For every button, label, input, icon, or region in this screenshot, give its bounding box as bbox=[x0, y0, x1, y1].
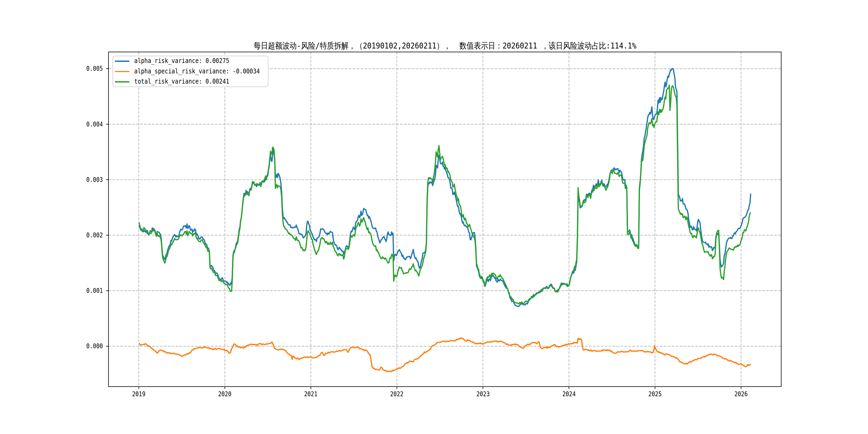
legend-line-sample bbox=[115, 81, 129, 83]
x-tick-label: 2019 bbox=[132, 390, 146, 398]
y-tick-label: 0.001 bbox=[86, 287, 103, 294]
x-tick-label: 2023 bbox=[476, 390, 490, 398]
chart-title: 每日超额波动-风险/特质拆解，（20190102,20260211）， 数值表示… bbox=[253, 40, 636, 52]
legend-line-sample bbox=[115, 61, 129, 62]
legend-label: alpha_special_risk_variance: -0.00034 bbox=[134, 68, 260, 75]
x-tick-label: 2025 bbox=[648, 390, 662, 398]
x-tick-label: 2024 bbox=[562, 390, 576, 398]
y-tick-label: 0.000 bbox=[86, 342, 103, 350]
x-tick-label: 2022 bbox=[390, 390, 404, 398]
figure: 每日超额波动-风险/特质拆解，（20190102,20260211）， 数值表示… bbox=[0, 0, 868, 434]
y-tick-label: 0.002 bbox=[86, 231, 103, 239]
legend-line-sample bbox=[115, 71, 129, 72]
series-line-alpha_risk_variance bbox=[139, 69, 751, 307]
axes-frame bbox=[108, 52, 781, 386]
data-series bbox=[139, 69, 751, 372]
x-tick-label: 2026 bbox=[734, 390, 748, 398]
axis-ticks bbox=[106, 69, 741, 389]
series-line-total_risk_variance bbox=[139, 85, 751, 304]
series-line-alpha_special_risk_variance bbox=[139, 338, 751, 372]
x-tick-label: 2020 bbox=[218, 390, 231, 398]
legend-box: alpha_risk_variance: 0.00275alpha_specia… bbox=[113, 56, 269, 87]
x-tick-label: 2021 bbox=[304, 390, 318, 398]
y-tick-label: 0.004 bbox=[86, 121, 103, 128]
y-tick-label: 0.003 bbox=[86, 176, 103, 184]
y-tick-label: 0.005 bbox=[86, 65, 103, 72]
legend-label: total_risk_variance: 0.00241 bbox=[134, 78, 229, 86]
grid-lines bbox=[108, 52, 781, 386]
legend-label: alpha_risk_variance: 0.00275 bbox=[134, 57, 229, 65]
